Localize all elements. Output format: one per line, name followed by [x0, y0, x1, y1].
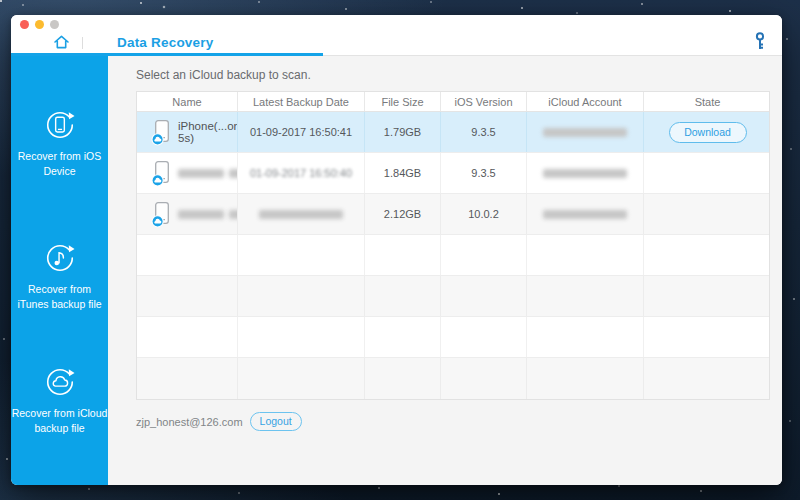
empty-row: [137, 317, 769, 358]
icloud-account-cell: [527, 112, 644, 152]
size-cell: 2.12GB: [365, 194, 441, 234]
column-header: iOS Version: [441, 92, 527, 111]
state-cell: [644, 317, 771, 357]
zoom-button[interactable]: [50, 20, 59, 29]
sidebar-item-label: iTunes backup file: [11, 297, 108, 312]
size-cell: [365, 276, 441, 316]
logout-button[interactable]: Logout: [250, 412, 302, 431]
name-cell: [137, 194, 238, 234]
state-cell: Download: [644, 112, 771, 152]
redacted-text: [178, 169, 224, 178]
name-cell: iPhone(...one 5s): [137, 112, 238, 152]
home-icon[interactable]: [53, 34, 70, 50]
size-cell: [365, 358, 441, 399]
date-cell: 01-09-2017 16:50:40: [238, 153, 365, 193]
state-cell: [644, 358, 771, 399]
icloud-account-cell: [527, 235, 644, 275]
sidebar-item-recover-itunes-backup[interactable]: Recover from iTunes backup file: [11, 241, 108, 312]
date-cell: 01-09-2017 16:50:41: [238, 112, 365, 152]
empty-row: [137, 358, 769, 399]
empty-row: [137, 276, 769, 317]
sidebar-item-label: Recover from iOS: [11, 149, 108, 164]
icloud-account-cell: [527, 194, 644, 234]
column-header: iCloud Account: [527, 92, 644, 111]
sidebar-item-label: Device: [11, 164, 108, 179]
backup-row[interactable]: 2.12GB10.0.2: [137, 194, 769, 235]
icloud-account-cell: [527, 317, 644, 357]
redacted-text: [178, 210, 224, 219]
redacted-text: [259, 210, 343, 219]
intro-text: Select an iCloud backup to scan.: [136, 68, 311, 82]
redacted-text: [543, 128, 627, 137]
state-cell: [644, 153, 771, 193]
date-cell: [238, 317, 365, 357]
backup-row[interactable]: iPhone(...one 5s)01-09-2017 16:50:411.79…: [137, 112, 769, 153]
redacted-text: [543, 210, 627, 219]
name-cell: [137, 317, 238, 357]
date-cell: [238, 194, 365, 234]
ios-version-cell: 10.0.2: [441, 194, 527, 234]
device-cloud-icon: [151, 201, 171, 228]
column-header: Latest Backup Date: [238, 92, 365, 111]
size-cell: 1.79GB: [365, 112, 441, 152]
page-title: Data Recovery: [117, 35, 213, 50]
column-header: File Size: [365, 92, 441, 111]
size-cell: [365, 235, 441, 275]
icloud-account-cell: [527, 276, 644, 316]
icloud-account-cell: [527, 153, 644, 193]
table-header-row: NameLatest Backup DateFile SizeiOS Versi…: [137, 92, 769, 112]
state-cell: [644, 235, 771, 275]
state-cell: [644, 194, 771, 234]
backup-row[interactable]: 01-09-2017 16:50:401.84GB9.3.5: [137, 153, 769, 194]
ios-version-cell: [441, 276, 527, 316]
column-header: State: [644, 92, 771, 111]
name-cell: [137, 358, 238, 399]
sidebar-item-recover-icloud-backup[interactable]: Recover from iCloud backup file: [11, 365, 108, 436]
content-area: Select an iCloud backup to scan. NameLat…: [108, 56, 782, 485]
backup-table: NameLatest Backup DateFile SizeiOS Versi…: [136, 91, 770, 400]
desktop-stars: [0, 0, 2, 2]
icloud-backup-recover-icon: [43, 365, 77, 399]
sidebar-item-label: Recover from: [11, 282, 108, 297]
icloud-account-cell: [527, 358, 644, 399]
close-button[interactable]: [20, 20, 29, 29]
ios-version-cell: [441, 317, 527, 357]
name-cell: [137, 235, 238, 275]
sidebar-item-recover-ios-device[interactable]: Recover from iOS Device: [11, 108, 108, 179]
ios-version-cell: [441, 235, 527, 275]
state-cell: [644, 276, 771, 316]
redacted-text: [543, 169, 627, 178]
redacted-text: [229, 169, 238, 178]
ios-version-cell: 9.3.5: [441, 153, 527, 193]
account-footer: zjp_honest@126.com Logout: [136, 412, 302, 431]
column-header: Name: [137, 92, 238, 111]
name-cell: [137, 276, 238, 316]
redacted-text: [229, 210, 238, 219]
ios-device-recover-icon: [43, 108, 77, 142]
ios-version-cell: 9.3.5: [441, 112, 527, 152]
itunes-backup-recover-icon: [43, 241, 77, 275]
titlebar: Data Recovery: [11, 15, 782, 56]
ios-version-cell: [441, 358, 527, 399]
empty-row: [137, 235, 769, 276]
date-cell: [238, 235, 365, 275]
date-cell: [238, 358, 365, 399]
download-button[interactable]: Download: [669, 122, 747, 143]
name-cell: [137, 153, 238, 193]
minimize-button[interactable]: [35, 20, 44, 29]
device-cloud-icon: [151, 119, 171, 146]
device-cloud-icon: [151, 160, 171, 187]
size-cell: [365, 317, 441, 357]
sidebar: Recover from iOS Device Recover from iTu…: [11, 56, 108, 485]
app-window: Data Recovery Recover from iOS Device: [11, 15, 782, 485]
key-icon[interactable]: [751, 31, 769, 51]
size-cell: 1.84GB: [365, 153, 441, 193]
account-email: zjp_honest@126.com: [136, 416, 243, 428]
sidebar-item-label: backup file: [11, 421, 108, 436]
date-cell: [238, 276, 365, 316]
nav-separator: [82, 37, 83, 49]
sidebar-item-label: Recover from iCloud: [11, 406, 108, 421]
